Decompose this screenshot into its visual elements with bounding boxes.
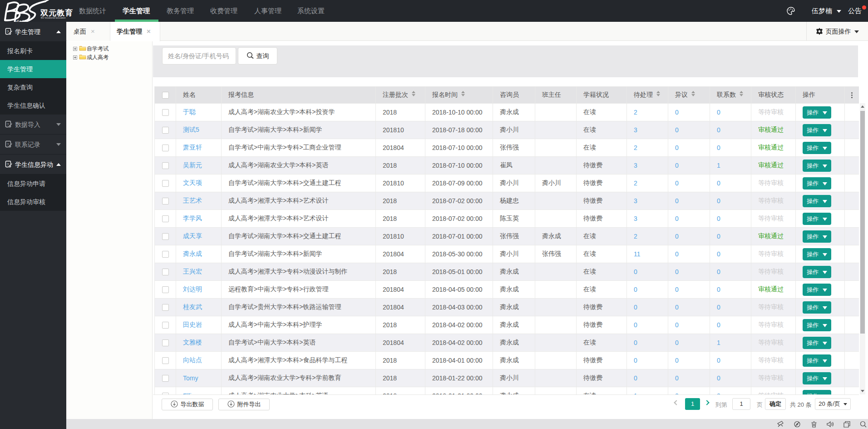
svg-text:?: ? <box>7 122 9 126</box>
svg-text:?: ? <box>7 162 9 166</box>
svg-text:?: ? <box>7 142 9 146</box>
svg-text:?: ? <box>7 30 9 34</box>
